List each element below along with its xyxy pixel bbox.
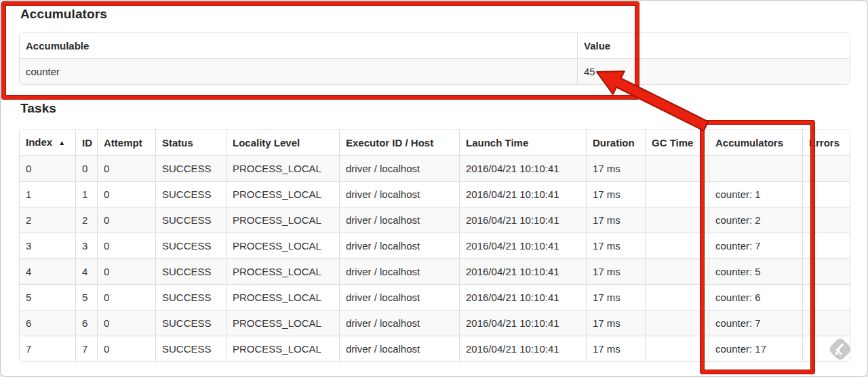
table-cell: 17 ms bbox=[586, 233, 645, 258]
table-cell: 2016/04/21 10:10:41 bbox=[459, 155, 586, 181]
table-cell: 1 bbox=[75, 181, 97, 207]
table-cell: 5 bbox=[20, 284, 75, 310]
table-cell bbox=[645, 258, 709, 284]
table-cell: counter: 7 bbox=[709, 310, 802, 336]
table-cell bbox=[709, 155, 802, 181]
column-header-launch-time[interactable]: Launch Time bbox=[459, 130, 586, 155]
table-cell: PROCESS_LOCAL bbox=[226, 284, 339, 310]
table-cell: PROCESS_LOCAL bbox=[226, 155, 339, 181]
column-header-label: Errors bbox=[809, 137, 840, 148]
table-cell bbox=[802, 207, 850, 233]
table-row: 330SUCCESSPROCESS_LOCALdriver / localhos… bbox=[20, 233, 850, 258]
table-cell: 2016/04/21 10:10:41 bbox=[459, 310, 586, 336]
table-cell: 17 ms bbox=[586, 155, 645, 181]
table-cell: 6 bbox=[75, 310, 97, 336]
column-header-id[interactable]: ID bbox=[75, 130, 97, 155]
column-header-executor-id-host[interactable]: Executor ID / Host bbox=[339, 130, 459, 155]
column-header-locality-level[interactable]: Locality Level bbox=[226, 130, 339, 155]
tasks-header-row: Index▲IDAttemptStatusLocality LevelExecu… bbox=[20, 130, 850, 155]
table-cell: 3 bbox=[20, 233, 75, 258]
table-row: 220SUCCESSPROCESS_LOCALdriver / localhos… bbox=[20, 207, 850, 233]
table-row: counter45 bbox=[20, 58, 850, 84]
table-row: 110SUCCESSPROCESS_LOCALdriver / localhos… bbox=[20, 181, 850, 207]
table-cell: SUCCESS bbox=[155, 155, 226, 181]
accumulators-section-heading: Accumulators bbox=[20, 6, 107, 22]
table-cell: 5 bbox=[75, 284, 97, 310]
table-row: 440SUCCESSPROCESS_LOCALdriver / localhos… bbox=[20, 258, 850, 284]
table-cell: SUCCESS bbox=[155, 336, 226, 361]
table-cell: counter: 6 bbox=[709, 284, 802, 310]
table-cell: driver / localhost bbox=[339, 310, 459, 336]
table-cell: SUCCESS bbox=[155, 284, 226, 310]
table-cell: 3 bbox=[75, 233, 97, 258]
column-header-label: Status bbox=[162, 137, 193, 148]
column-header-label: Accumulable bbox=[26, 40, 89, 52]
table-cell: counter: 7 bbox=[709, 233, 802, 258]
tasks-section-heading: Tasks bbox=[20, 100, 56, 117]
table-cell: SUCCESS bbox=[155, 207, 226, 233]
table-cell: PROCESS_LOCAL bbox=[226, 336, 339, 361]
column-header-errors[interactable]: Errors bbox=[802, 130, 850, 155]
table-cell: 0 bbox=[97, 155, 155, 181]
table-cell: 17 ms bbox=[586, 181, 645, 207]
column-header-label: Value bbox=[584, 40, 610, 52]
column-header-accumulable[interactable]: Accumulable bbox=[20, 33, 577, 58]
table-cell: SUCCESS bbox=[155, 310, 226, 336]
table-cell bbox=[802, 258, 850, 284]
table-cell: driver / localhost bbox=[339, 284, 459, 310]
accumulators-table: AccumulableValue counter45 bbox=[19, 33, 850, 85]
column-header-attempt[interactable]: Attempt bbox=[97, 130, 155, 155]
table-cell: counter: 17 bbox=[709, 336, 802, 361]
table-cell bbox=[645, 207, 709, 233]
table-cell bbox=[802, 155, 850, 181]
tasks-table: Index▲IDAttemptStatusLocality LevelExecu… bbox=[19, 129, 850, 362]
table-cell: counter: 5 bbox=[709, 258, 802, 284]
column-header-duration[interactable]: Duration bbox=[586, 130, 645, 155]
column-header-label: Accumulators bbox=[715, 137, 783, 148]
table-cell: 7 bbox=[20, 336, 75, 361]
table-cell: 0 bbox=[97, 258, 155, 284]
table-cell: driver / localhost bbox=[339, 207, 459, 233]
column-header-accumulators[interactable]: Accumulators bbox=[709, 130, 802, 155]
table-cell bbox=[645, 155, 709, 181]
table-cell: 17 ms bbox=[586, 207, 645, 233]
table-cell bbox=[645, 310, 709, 336]
column-header-label: Index bbox=[26, 136, 52, 148]
column-header-label: GC Time bbox=[652, 137, 693, 148]
table-cell: 17 ms bbox=[586, 284, 645, 310]
table-cell: 2016/04/21 10:10:41 bbox=[459, 284, 586, 310]
table-cell: 0 bbox=[97, 336, 155, 361]
table-row: 660SUCCESSPROCESS_LOCALdriver / localhos… bbox=[20, 310, 850, 336]
table-cell bbox=[802, 233, 850, 258]
table-cell: PROCESS_LOCAL bbox=[226, 207, 339, 233]
table-cell bbox=[645, 233, 709, 258]
column-header-index[interactable]: Index▲ bbox=[20, 130, 75, 155]
table-cell: 17 ms bbox=[586, 310, 645, 336]
table-cell bbox=[645, 336, 709, 361]
table-cell bbox=[645, 284, 709, 310]
column-header-gc-time[interactable]: GC Time bbox=[645, 130, 709, 155]
table-cell bbox=[802, 181, 850, 207]
table-cell: driver / localhost bbox=[339, 233, 459, 258]
table-cell: 0 bbox=[97, 181, 155, 207]
column-header-status[interactable]: Status bbox=[155, 130, 226, 155]
table-cell: counter: 1 bbox=[709, 181, 802, 207]
table-cell: 0 bbox=[75, 155, 97, 181]
table-cell bbox=[802, 284, 850, 310]
table-cell: 0 bbox=[97, 207, 155, 233]
tasks-table-element: Index▲IDAttemptStatusLocality LevelExecu… bbox=[20, 130, 850, 361]
table-cell bbox=[802, 336, 850, 361]
table-cell: 0 bbox=[97, 233, 155, 258]
table-cell: 6 bbox=[20, 310, 75, 336]
column-header-label: Duration bbox=[593, 137, 635, 148]
table-row: 000SUCCESSPROCESS_LOCALdriver / localhos… bbox=[20, 155, 850, 181]
sort-ascending-icon: ▲ bbox=[58, 139, 65, 146]
table-cell: 2016/04/21 10:10:41 bbox=[459, 181, 586, 207]
table-cell: 0 bbox=[97, 284, 155, 310]
table-cell: counter: 2 bbox=[709, 207, 802, 233]
table-cell: 2016/04/21 10:10:41 bbox=[459, 258, 586, 284]
table-cell: 2 bbox=[20, 207, 75, 233]
table-cell bbox=[645, 181, 709, 207]
table-cell: 7 bbox=[75, 336, 97, 361]
column-header-value[interactable]: Value bbox=[577, 33, 850, 58]
